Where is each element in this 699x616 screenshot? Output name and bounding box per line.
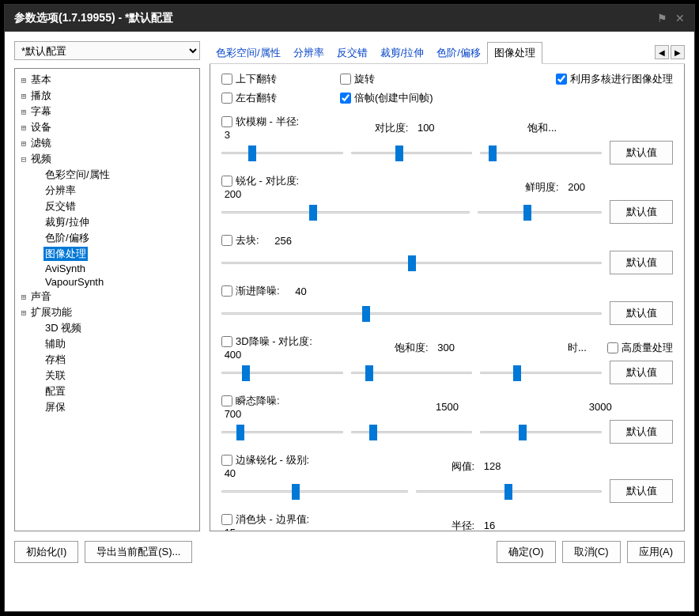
expand-icon[interactable]: ⊞ [18, 75, 29, 85]
edge-sharpen-checkbox[interactable]: 边缘锐化 - 级别: [221, 453, 444, 467]
denoise3d-hq-checkbox[interactable]: 高质量处理 [607, 341, 673, 355]
tab-prev-button[interactable]: ◀ [655, 45, 669, 59]
tree-item-label: 辅助 [43, 337, 67, 351]
tab[interactable]: 裁剪/拉伸 [374, 43, 431, 63]
tree-item[interactable]: 裁剪/拉伸 [17, 214, 198, 230]
tree-item[interactable]: ⊞滤镜 [17, 135, 198, 151]
temporal-slider-3[interactable] [480, 423, 602, 440]
collapse-icon[interactable]: ⊟ [18, 154, 29, 164]
tab-next-button[interactable]: ▶ [671, 45, 685, 59]
tree-item[interactable]: ⊟视频 [17, 151, 198, 167]
flip-horizontal-checkbox[interactable]: 左右翻转 [221, 91, 277, 105]
multicore-checkbox[interactable]: 利用多核进行图像处理 [556, 72, 673, 86]
tree-item[interactable]: AviSynth [17, 262, 198, 275]
tree-item-label: 关联 [43, 368, 67, 383]
double-frame-checkbox[interactable]: 倍帧(创建中间帧) [340, 91, 433, 105]
apply-button[interactable]: 应用(A) [627, 541, 685, 563]
softblur-radius-slider[interactable] [221, 144, 343, 161]
dering-radius-value: 16 [484, 520, 495, 531]
tab[interactable]: 分辨率 [287, 43, 331, 63]
tree-item-label: 图像处理 [43, 247, 88, 261]
edge-sharpen-default-button[interactable]: 默认值 [610, 479, 673, 503]
tree-item-label: 设备 [29, 120, 53, 134]
tree-item[interactable]: 色阶/偏移 [17, 230, 198, 246]
rotate-checkbox[interactable]: 旋转 [340, 72, 375, 86]
tree-item[interactable]: 辅助 [17, 336, 198, 352]
tree-item[interactable]: ⊞扩展功能 [17, 304, 198, 320]
deblock-checkbox[interactable]: 去块: [221, 233, 259, 248]
sharpen-checkbox[interactable]: 锐化 - 对比度: [221, 174, 517, 188]
edge-sharpen-threshold-value: 128 [484, 460, 501, 472]
edge-sharpen-threshold-slider[interactable] [416, 482, 603, 500]
tree-item[interactable]: 分辨率 [17, 183, 198, 198]
expand-icon[interactable]: ⊞ [18, 138, 29, 149]
expand-icon[interactable]: ⊞ [18, 107, 29, 117]
temporal-default-button[interactable]: 默认值 [610, 420, 673, 444]
tree-item[interactable]: ⊞播放 [17, 88, 198, 104]
expand-icon[interactable]: ⊞ [18, 91, 29, 101]
tree-item-label: 色彩空间/属性 [43, 168, 111, 182]
denoise3d-checkbox[interactable]: 3D降噪 - 对比度: [221, 334, 387, 349]
initialize-button[interactable]: 初始化(I) [14, 541, 78, 563]
deblock-default-button[interactable]: 默认值 [610, 251, 673, 274]
tree-item[interactable]: ⊞声音 [17, 289, 198, 304]
tree-item-label: 屏保 [43, 400, 67, 414]
expand-icon[interactable]: ⊞ [18, 292, 29, 302]
softblur-saturation-slider[interactable] [480, 144, 602, 161]
ok-button[interactable]: 确定(O) [497, 541, 556, 563]
denoise3d-contrast-value: 400 [225, 349, 242, 361]
tree-item-label: 扩展功能 [29, 305, 74, 319]
denoise3d-saturation-slider[interactable] [351, 364, 473, 381]
tree-item[interactable]: VapourSynth [17, 275, 198, 289]
grad-denoise-value: 40 [295, 285, 306, 297]
edge-sharpen-level-slider[interactable] [221, 482, 408, 500]
tree-item[interactable]: 关联 [17, 368, 198, 384]
temporal-slider-2[interactable] [351, 423, 473, 440]
close-icon[interactable]: ✕ [675, 12, 685, 25]
pin-icon[interactable]: ⚑ [657, 12, 667, 25]
settings-tree[interactable]: ⊞基本⊞播放⊞字幕⊞设备⊞滤镜⊟视频色彩空间/属性分辨率反交错裁剪/拉伸色阶/偏… [14, 68, 200, 531]
export-config-button[interactable]: 导出当前配置(S)... [85, 541, 192, 563]
softblur-contrast-slider[interactable] [351, 144, 473, 161]
tree-item[interactable]: 配置 [17, 384, 198, 399]
tree-item-label: 滤镜 [29, 136, 53, 150]
grad-denoise-checkbox[interactable]: 渐进降噪: [221, 284, 280, 298]
tree-item[interactable]: 反交错 [17, 198, 198, 214]
softblur-checkbox[interactable]: 软模糊 - 半径: [221, 115, 367, 129]
temporal-v3: 3000 [589, 401, 612, 413]
deblock-slider[interactable] [221, 254, 602, 271]
tree-item[interactable]: ⊞设备 [17, 119, 198, 135]
temporal-denoise-checkbox[interactable]: 瞬态降噪: [221, 394, 367, 408]
temporal-slider-1[interactable] [221, 423, 343, 440]
grad-denoise-slider[interactable] [221, 304, 602, 322]
tree-item-label: 反交错 [43, 199, 77, 214]
tab[interactable]: 色阶/偏移 [430, 43, 487, 63]
tree-item[interactable]: 色彩空间/属性 [17, 167, 198, 183]
sharpen-default-button[interactable]: 默认值 [610, 200, 673, 224]
tab[interactable]: 反交错 [331, 43, 374, 63]
tab[interactable]: 色彩空间/属性 [210, 43, 287, 63]
tree-item[interactable]: ⊞基本 [17, 72, 198, 88]
tab[interactable]: 图像处理 [487, 42, 542, 64]
denoise3d-saturation-value: 300 [437, 342, 455, 353]
tree-item-label: VapourSynth [43, 276, 105, 288]
tree-item[interactable]: 图像处理 [17, 246, 198, 262]
expand-icon[interactable]: ⊞ [18, 308, 29, 318]
profile-select[interactable]: *默认配置 [14, 41, 200, 60]
denoise3d-time-slider[interactable] [480, 364, 602, 381]
sharpen-contrast-slider[interactable] [221, 203, 470, 221]
tree-item[interactable]: ⊞字幕 [17, 104, 198, 119]
softblur-default-button[interactable]: 默认值 [610, 141, 673, 164]
cancel-button[interactable]: 取消(C) [562, 541, 621, 563]
sharpen-clarity-slider[interactable] [478, 203, 602, 221]
denoise3d-default-button[interactable]: 默认值 [610, 361, 673, 384]
flip-vertical-checkbox[interactable]: 上下翻转 [221, 72, 277, 86]
sharpen-clarity-value: 200 [568, 181, 585, 193]
dering-checkbox[interactable]: 消色块 - 边界值: [221, 512, 444, 527]
expand-icon[interactable]: ⊞ [18, 123, 29, 133]
grad-denoise-default-button[interactable]: 默认值 [610, 301, 673, 325]
denoise3d-contrast-slider[interactable] [221, 364, 343, 381]
tree-item[interactable]: 存档 [17, 352, 198, 368]
tree-item[interactable]: 3D 视频 [17, 320, 198, 336]
tree-item[interactable]: 屏保 [17, 399, 198, 415]
